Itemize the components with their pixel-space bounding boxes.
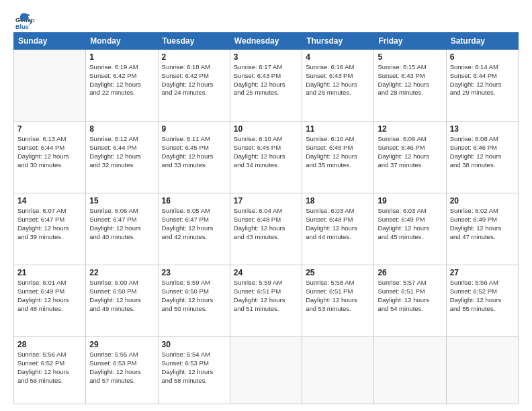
day-info: Sunrise: 6:01 AM Sunset: 6:49 PM Dayligh… <box>17 279 82 313</box>
day-info: Sunrise: 5:54 AM Sunset: 6:53 PM Dayligh… <box>162 351 226 385</box>
day-info: Sunrise: 5:59 AM Sunset: 6:51 PM Dayligh… <box>234 279 298 313</box>
day-cell: 13Sunrise: 6:08 AM Sunset: 6:46 PM Dayli… <box>446 122 518 193</box>
day-info: Sunrise: 6:02 AM Sunset: 6:49 PM Dayligh… <box>450 207 515 241</box>
week-row-2: 7Sunrise: 6:13 AM Sunset: 6:44 PM Daylig… <box>14 122 519 193</box>
day-info: Sunrise: 6:00 AM Sunset: 6:50 PM Dayligh… <box>89 279 154 313</box>
day-info: Sunrise: 6:05 AM Sunset: 6:47 PM Dayligh… <box>162 207 226 241</box>
day-cell: 5Sunrise: 6:15 AM Sunset: 6:43 PM Daylig… <box>374 50 446 122</box>
day-cell <box>14 50 86 122</box>
day-cell <box>374 337 446 404</box>
day-cell: 7Sunrise: 6:13 AM Sunset: 6:44 PM Daylig… <box>14 122 86 193</box>
day-info: Sunrise: 5:55 AM Sunset: 6:53 PM Dayligh… <box>89 351 154 385</box>
day-number: 21 <box>17 268 82 277</box>
col-header-friday: Friday <box>374 33 446 50</box>
day-number: 1 <box>89 52 154 62</box>
day-info: Sunrise: 6:15 AM Sunset: 6:43 PM Dayligh… <box>378 63 442 97</box>
header: General Blue <box>13 12 519 26</box>
day-number: 4 <box>306 52 370 62</box>
day-number: 20 <box>450 196 515 205</box>
day-cell: 28Sunrise: 5:56 AM Sunset: 6:52 PM Dayli… <box>14 337 86 404</box>
day-cell: 27Sunrise: 5:56 AM Sunset: 6:52 PM Dayli… <box>446 265 518 337</box>
day-number: 5 <box>378 52 442 62</box>
day-cell: 30Sunrise: 5:54 AM Sunset: 6:53 PM Dayli… <box>158 337 230 404</box>
col-header-saturday: Saturday <box>446 33 518 50</box>
day-info: Sunrise: 6:10 AM Sunset: 6:45 PM Dayligh… <box>306 135 370 169</box>
day-number: 12 <box>378 124 442 134</box>
day-number: 24 <box>234 268 298 277</box>
day-info: Sunrise: 6:03 AM Sunset: 6:48 PM Dayligh… <box>306 207 370 241</box>
day-cell: 20Sunrise: 6:02 AM Sunset: 6:49 PM Dayli… <box>446 193 518 265</box>
day-number: 6 <box>450 52 515 62</box>
day-info: Sunrise: 5:56 AM Sunset: 6:52 PM Dayligh… <box>17 351 82 385</box>
week-row-5: 28Sunrise: 5:56 AM Sunset: 6:52 PM Dayli… <box>14 337 519 404</box>
day-cell: 22Sunrise: 6:00 AM Sunset: 6:50 PM Dayli… <box>86 265 158 337</box>
week-row-4: 21Sunrise: 6:01 AM Sunset: 6:49 PM Dayli… <box>14 265 519 337</box>
day-number: 22 <box>89 268 154 277</box>
day-cell: 15Sunrise: 6:06 AM Sunset: 6:47 PM Dayli… <box>86 193 158 265</box>
day-info: Sunrise: 6:10 AM Sunset: 6:45 PM Dayligh… <box>234 135 298 169</box>
day-info: Sunrise: 6:19 AM Sunset: 6:42 PM Dayligh… <box>89 63 154 97</box>
week-row-3: 14Sunrise: 6:07 AM Sunset: 6:47 PM Dayli… <box>14 193 519 265</box>
day-info: Sunrise: 5:56 AM Sunset: 6:52 PM Dayligh… <box>450 279 515 313</box>
day-cell: 24Sunrise: 5:59 AM Sunset: 6:51 PM Dayli… <box>230 265 302 337</box>
col-header-monday: Monday <box>86 33 158 50</box>
day-number: 19 <box>378 196 442 205</box>
day-number: 28 <box>17 340 82 349</box>
day-info: Sunrise: 5:57 AM Sunset: 6:51 PM Dayligh… <box>378 279 442 313</box>
day-cell: 10Sunrise: 6:10 AM Sunset: 6:45 PM Dayli… <box>230 122 302 193</box>
calendar-table: SundayMondayTuesdayWednesdayThursdayFrid… <box>13 32 519 404</box>
day-cell: 19Sunrise: 6:03 AM Sunset: 6:49 PM Dayli… <box>374 193 446 265</box>
day-cell: 12Sunrise: 6:09 AM Sunset: 6:46 PM Dayli… <box>374 122 446 193</box>
day-cell: 6Sunrise: 6:14 AM Sunset: 6:44 PM Daylig… <box>446 50 518 122</box>
day-info: Sunrise: 6:14 AM Sunset: 6:44 PM Dayligh… <box>450 63 515 97</box>
day-cell: 9Sunrise: 6:11 AM Sunset: 6:45 PM Daylig… <box>158 122 230 193</box>
col-header-sunday: Sunday <box>14 33 86 50</box>
col-header-thursday: Thursday <box>302 33 374 50</box>
day-info: Sunrise: 6:11 AM Sunset: 6:45 PM Dayligh… <box>162 135 226 169</box>
day-info: Sunrise: 6:06 AM Sunset: 6:47 PM Dayligh… <box>89 207 154 241</box>
day-info: Sunrise: 5:59 AM Sunset: 6:50 PM Dayligh… <box>162 279 226 313</box>
day-cell: 18Sunrise: 6:03 AM Sunset: 6:48 PM Dayli… <box>302 193 374 265</box>
logo: General Blue <box>13 15 34 26</box>
day-cell <box>230 337 302 404</box>
day-info: Sunrise: 6:13 AM Sunset: 6:44 PM Dayligh… <box>17 135 82 169</box>
day-cell: 16Sunrise: 6:05 AM Sunset: 6:47 PM Dayli… <box>158 193 230 265</box>
day-number: 14 <box>17 196 82 205</box>
day-info: Sunrise: 6:08 AM Sunset: 6:46 PM Dayligh… <box>450 135 515 169</box>
day-number: 10 <box>234 124 298 134</box>
day-number: 15 <box>89 196 154 205</box>
day-cell: 11Sunrise: 6:10 AM Sunset: 6:45 PM Dayli… <box>302 122 374 193</box>
day-info: Sunrise: 6:18 AM Sunset: 6:42 PM Dayligh… <box>162 63 226 97</box>
day-info: Sunrise: 6:12 AM Sunset: 6:44 PM Dayligh… <box>89 135 154 169</box>
day-info: Sunrise: 6:07 AM Sunset: 6:47 PM Dayligh… <box>17 207 82 241</box>
day-number: 13 <box>450 124 515 134</box>
day-number: 9 <box>162 124 226 134</box>
day-info: Sunrise: 6:09 AM Sunset: 6:46 PM Dayligh… <box>378 135 442 169</box>
day-number: 25 <box>306 268 370 277</box>
day-info: Sunrise: 6:03 AM Sunset: 6:49 PM Dayligh… <box>378 207 442 241</box>
day-number: 18 <box>306 196 370 205</box>
day-cell: 25Sunrise: 5:58 AM Sunset: 6:51 PM Dayli… <box>302 265 374 337</box>
col-header-wednesday: Wednesday <box>230 33 302 50</box>
day-number: 26 <box>378 268 442 277</box>
day-number: 23 <box>162 268 226 277</box>
day-cell: 17Sunrise: 6:04 AM Sunset: 6:48 PM Dayli… <box>230 193 302 265</box>
day-number: 8 <box>89 124 154 134</box>
day-cell: 3Sunrise: 6:17 AM Sunset: 6:43 PM Daylig… <box>230 50 302 122</box>
calendar-header-row: SundayMondayTuesdayWednesdayThursdayFrid… <box>14 33 519 50</box>
day-cell: 1Sunrise: 6:19 AM Sunset: 6:42 PM Daylig… <box>86 50 158 122</box>
day-info: Sunrise: 6:17 AM Sunset: 6:43 PM Dayligh… <box>234 63 298 97</box>
day-number: 3 <box>234 52 298 62</box>
day-number: 2 <box>162 52 226 62</box>
day-cell: 21Sunrise: 6:01 AM Sunset: 6:49 PM Dayli… <box>14 265 86 337</box>
day-cell: 8Sunrise: 6:12 AM Sunset: 6:44 PM Daylig… <box>86 122 158 193</box>
day-cell: 14Sunrise: 6:07 AM Sunset: 6:47 PM Dayli… <box>14 193 86 265</box>
week-row-1: 1Sunrise: 6:19 AM Sunset: 6:42 PM Daylig… <box>14 50 519 122</box>
day-cell <box>446 337 518 404</box>
page: General Blue <box>0 0 532 411</box>
day-number: 7 <box>17 124 82 134</box>
day-cell <box>302 337 374 404</box>
day-info: Sunrise: 6:04 AM Sunset: 6:48 PM Dayligh… <box>234 207 298 241</box>
day-cell: 26Sunrise: 5:57 AM Sunset: 6:51 PM Dayli… <box>374 265 446 337</box>
day-number: 16 <box>162 196 226 205</box>
